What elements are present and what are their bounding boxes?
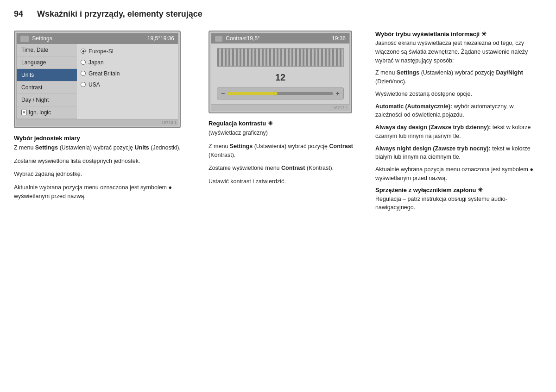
option-japan-label: Japan (88, 59, 104, 66)
option-usa[interactable]: USA (77, 79, 178, 90)
page-container: 94 Wskaźniki i przyrządy, elementy steru… (0, 0, 556, 392)
left-section-title: Wybór jednostek miary (14, 135, 199, 142)
radio-gb (81, 71, 86, 76)
slider-track[interactable] (227, 92, 333, 95)
radio-usa (81, 82, 86, 87)
right-footer-text: Regulacja – patrz instrukcja obsługi sys… (375, 195, 542, 212)
col-left: Settings 19,5°19:36 Time, Date Language … (14, 31, 199, 216)
middle-subtitle: (wyświetlacz graficzny) (208, 129, 366, 137)
right-footer-title-text: Sprzężenie z wyłącznikiem zapłonu ✳ (375, 187, 483, 193)
col-right: Wybór trybu wyświetlania informacji ✳ Ja… (375, 31, 542, 216)
contrast-slider-row[interactable]: − + (217, 87, 344, 100)
option-europe-label: Europe-SI (88, 48, 114, 55)
contrast-topbar: Contrast19,5° 19:36 (211, 33, 349, 44)
contrast-label: Contrast19,5° (226, 35, 260, 42)
option-gb-label: Great Britain (88, 70, 120, 77)
slider-plus[interactable]: + (336, 90, 340, 97)
right-section-alwaysnight: Always night design (Zawsze tryb nocny):… (375, 144, 542, 162)
topbar-time: 19,5°19:36 (147, 35, 174, 42)
ign-label: Ign. logic (29, 109, 51, 116)
menu-item-time[interactable]: Time, Date (17, 44, 77, 56)
right-main-title-text: Wybór trybu wyświetlania informacji ✳ (375, 31, 486, 37)
checkbox-icon: ✕ (21, 110, 27, 115)
contrast-number: 12 (217, 72, 344, 83)
screen-inner-contrast: Contrast19,5° 19:36 12 − (211, 33, 350, 105)
settings-icon (20, 36, 29, 42)
settings-screen: Settings 19,5°19:36 Time, Date Language … (14, 31, 181, 128)
right-intro: Jasność ekranu wyświetlacza jest niezale… (375, 39, 542, 65)
menu-item-ign[interactable]: ✕ Ign. logic (17, 106, 77, 119)
right-main-title: Wybór trybu wyświetlania informacji ✳ (375, 31, 542, 37)
middle-para-2: Zostanie wyświetlone menu Contrast (Kont… (208, 164, 366, 173)
page-number: 94 (14, 9, 23, 19)
screen-footnote-left: 16716 1 (16, 119, 178, 126)
option-gb[interactable]: Great Britain (77, 68, 178, 79)
right-footer-title: Sprzężenie z wyłącznikiem zapłonu ✳ (375, 187, 542, 193)
contrast-screen: Contrast19,5° 19:36 12 − (208, 31, 352, 113)
option-europe[interactable]: Europe-SI (77, 46, 178, 57)
topbar-label: Settings (32, 35, 52, 42)
screen-inner-settings: Settings 19,5°19:36 Time, Date Language … (16, 33, 178, 119)
left-para-2: Zostanie wyświetlona lista dostępnych je… (14, 157, 199, 166)
contrast-time: 19:36 (332, 35, 346, 42)
menu-item-daynight[interactable]: Day / Night (17, 94, 77, 106)
right-instruction2: Wyświetlone zostaną dostępne opcje. (375, 90, 542, 99)
left-para-4: Aktualnie wybrana pozycja menu oznaczona… (14, 183, 199, 201)
left-para-3: Wybrać żądaną jednostkę. (14, 170, 199, 179)
option-japan[interactable]: Japan (77, 57, 178, 68)
settings-topbar: Settings 19,5°19:36 (17, 33, 178, 44)
contrast-body: 12 − + (211, 44, 349, 104)
right-instruction: Z menu Settings (Ustawienia) wybrać pozy… (375, 68, 542, 86)
right-section-automatic: Automatic (Automatycznie): wybór automat… (375, 102, 542, 120)
menu-item-language[interactable]: Language (17, 56, 77, 69)
middle-title: Regulacja kontrastu ✳ (208, 120, 366, 127)
right-section-alwaysday: Always day design (Zawsze tryb dzienny):… (375, 123, 542, 141)
right-note: Aktualnie wybrana pozycja menu oznaczona… (375, 165, 542, 183)
menu-left-col: Time, Date Language Units Contrast Day /… (17, 44, 77, 119)
menu-right-col: Europe-SI Japan Great Britain (77, 44, 178, 119)
contrast-icon (215, 36, 222, 42)
slider-fill (227, 92, 275, 95)
left-para-1: Z menu Settings (Ustawienia) wybrać pozy… (14, 143, 199, 152)
middle-para-3: Ustawić kontrast i zatwierdzić. (208, 177, 366, 186)
slider-thumb (273, 91, 278, 96)
menu-item-units[interactable]: Units (17, 69, 77, 81)
menu-item-contrast[interactable]: Contrast (17, 81, 77, 94)
middle-section: Regulacja kontrastu ✳ (wyświetlacz grafi… (208, 120, 366, 186)
col-middle: Contrast19,5° 19:36 12 − (208, 31, 366, 216)
contrast-topbar-left: Contrast19,5° (215, 35, 260, 42)
middle-title-text: Regulacja kontrastu ✳ (208, 120, 273, 127)
menu-list: Time, Date Language Units Contrast Day /… (17, 44, 178, 119)
radio-japan (81, 60, 86, 65)
screen-footnote-right: 16717 1 (211, 105, 350, 111)
page-title: Wskaźniki i przyrządy, elementy sterując… (37, 9, 202, 19)
option-usa-label: USA (88, 81, 100, 88)
page-header: 94 Wskaźniki i przyrządy, elementy steru… (14, 9, 542, 22)
topbar-left: Settings (20, 35, 52, 42)
middle-para-1: Z menu Settings (Ustawienia) wybrać pozy… (208, 142, 366, 160)
slider-minus[interactable]: − (221, 90, 225, 97)
content-area: Settings 19,5°19:36 Time, Date Language … (14, 31, 542, 216)
radio-europe (81, 49, 86, 54)
contrast-pattern (217, 48, 344, 67)
